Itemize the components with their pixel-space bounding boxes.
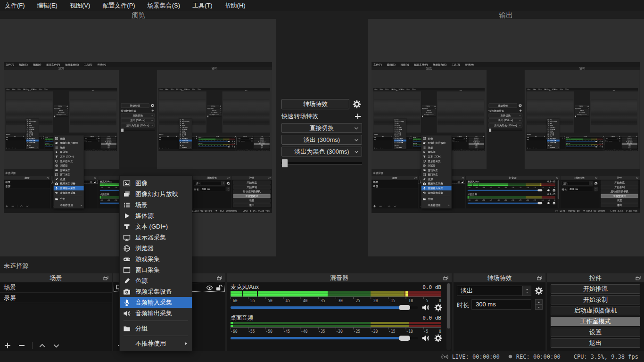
combo-label: 淡出为黑色 (300ms)	[294, 148, 349, 155]
meter-scale-ruler: -60-55-50-45-40-35-30-25-20-15-10-50	[231, 327, 441, 334]
menubar-item[interactable]: 文件(F)	[0, 0, 31, 11]
menubar-item[interactable]: 视图(V)	[64, 0, 96, 11]
program-output-pane[interactable]: 文件(F)编辑(E)视图(V)配置文件(P)场景集合(S)工具(T)帮助(H) …	[368, 19, 644, 256]
transition-select-combo[interactable]: 淡出	[457, 286, 531, 296]
mic-icon	[123, 299, 131, 306]
browser-icon	[123, 245, 131, 252]
start-streaming-button[interactable]: 开始推流	[551, 284, 640, 294]
audio-mixer-dock: 混音器 麦克风/Aux0.0 dB-60-55-50-45-40-35-30-2…	[227, 273, 452, 351]
transition-combo-value: 淡出	[461, 287, 473, 294]
mute-speaker-icon[interactable]	[421, 304, 429, 312]
quick-transition-combo[interactable]: 直接切换	[281, 123, 362, 133]
start-virtual-camera-button[interactable]: 启动虚拟摄像机	[551, 306, 640, 315]
output-pane-label: 输出	[368, 11, 644, 19]
context-menu-item[interactable]: 图像幻灯片放映	[120, 189, 192, 199]
submenu-arrow-icon	[184, 342, 188, 346]
menu-item-label: 视频采集设备	[135, 288, 172, 296]
mixer-scrollbar[interactable]	[446, 283, 451, 350]
context-menu-item[interactable]: 音频输入采集	[120, 297, 192, 308]
meter-bar	[231, 291, 441, 294]
scene-list-item[interactable]: 场景	[0, 282, 112, 293]
duration-spinbox[interactable]: 300 ms	[471, 299, 531, 310]
menu-item-label: 文本 (GDI+)	[135, 222, 168, 231]
transition-button[interactable]: 转场特效	[281, 99, 349, 109]
transition-gear-button[interactable]	[353, 99, 362, 109]
menu-item-label: 不推荐使用	[135, 339, 166, 348]
volume-slider[interactable]	[231, 306, 418, 309]
volume-slider-handle[interactable]	[399, 336, 410, 341]
source-lock-open-icon[interactable]	[215, 284, 223, 291]
studio-transition-row: 转场特效	[281, 99, 362, 109]
add-scene-button[interactable]	[4, 342, 11, 349]
menubar-item[interactable]: 帮助(H)	[219, 0, 252, 11]
volume-slider[interactable]	[231, 337, 418, 339]
context-menu-item[interactable]: 音频输出采集	[120, 308, 192, 319]
broadcast-live-icon	[440, 354, 449, 360]
context-menu-item[interactable]: 游戏采集	[120, 254, 192, 264]
tick-label: -10	[406, 329, 413, 334]
transition-slider[interactable]	[281, 159, 362, 167]
controls-dock-title: 控件	[547, 273, 644, 282]
studio-mode-button[interactable]: 工作室模式	[551, 317, 640, 326]
context-menu-item[interactable]: 窗口采集	[120, 264, 192, 275]
context-menu-item[interactable]: 媒体源	[120, 210, 192, 221]
source-visibility-eye-icon[interactable]	[206, 284, 213, 291]
nested-screen-capture: 文件(F)编辑(E)视图(V)配置文件(P)场景集合(S)工具(T)帮助(H) …	[372, 62, 640, 213]
menubar-item[interactable]: 工具(T)	[186, 0, 219, 11]
move-scene-up-button[interactable]	[39, 342, 46, 349]
combo-spin-icons[interactable]	[522, 286, 531, 296]
preview-pane-label: 预览	[0, 11, 276, 19]
quick-transition-buttons: 直接切换淡出 (300ms)淡出为黑色 (300ms)	[281, 123, 362, 158]
volume-slider-handle[interactable]	[399, 305, 410, 310]
tick-label: -60	[231, 329, 237, 334]
tick-label: 0	[439, 299, 441, 303]
tick-label: -15	[388, 329, 395, 334]
scene-transitions-dock: 转场特效 淡出 时长 300 ms	[454, 273, 545, 351]
scene-list-item[interactable]: 录屏	[0, 293, 112, 303]
duration-label: 时长	[457, 301, 469, 310]
panel-float-icon	[103, 275, 109, 281]
context-menu-item[interactable]: 分组	[120, 323, 192, 334]
mixer-channel: 麦克风/Aux0.0 dB-60-55-50-45-40-35-30-25-20…	[231, 284, 441, 311]
add-quick-transition-button[interactable]	[354, 113, 362, 121]
mixer-channel-header: 麦克风/Aux0.0 dB	[231, 284, 441, 291]
menu-item-spacer	[123, 340, 131, 347]
menubar-item[interactable]: 配置文件(P)	[96, 0, 141, 11]
move-scene-down-button[interactable]	[53, 342, 60, 349]
context-menu-item[interactable]: 视频采集设备	[120, 286, 192, 297]
remove-scene-button[interactable]	[18, 342, 25, 349]
transitions-dock-title: 转场特效	[454, 273, 545, 282]
transition-slider-handle[interactable]	[282, 159, 288, 167]
context-menu-item[interactable]: 文本 (GDI+)	[120, 221, 192, 232]
menubar: 文件(F)编辑(E)视图(V)配置文件(P)场景集合(S)工具(T)帮助(H)	[0, 0, 644, 11]
scenes-toolbar	[0, 340, 112, 351]
tick-label: -55	[248, 329, 255, 334]
settings-button[interactable]: 设置	[551, 328, 640, 337]
channel-db-value: 0.0 dB	[422, 315, 441, 321]
speaker-icon	[123, 310, 131, 317]
transition-properties-gear-button[interactable]	[535, 287, 543, 295]
exit-button[interactable]: 退出	[551, 338, 640, 348]
mute-speaker-icon[interactable]	[421, 334, 429, 342]
context-menu-item[interactable]: 浏览器	[120, 243, 192, 254]
start-recording-button[interactable]: 开始录制	[551, 295, 640, 304]
scenes-dock: 场景 场景录屏	[0, 273, 112, 351]
quick-transition-combo[interactable]: 淡出 (300ms)	[281, 135, 362, 145]
menubar-item[interactable]: 编辑(E)	[31, 0, 64, 11]
chevron-down-icon	[354, 149, 359, 154]
context-menu-item[interactable]: 场景	[120, 199, 192, 210]
context-menu-item[interactable]: 不推荐使用	[120, 338, 192, 349]
context-menu-item[interactable]: 图像	[120, 178, 192, 189]
channel-gear-icon[interactable]	[434, 334, 442, 342]
duration-increase-button[interactable]	[535, 299, 543, 304]
scrollbar-thumb[interactable]	[447, 283, 450, 329]
quick-transition-combo[interactable]: 淡出为黑色 (300ms)	[281, 147, 362, 156]
media-icon	[123, 212, 131, 220]
context-menu-item[interactable]: 色源	[120, 275, 192, 286]
channel-gear-icon[interactable]	[434, 304, 442, 312]
context-menu-item[interactable]: 显示器采集	[120, 232, 192, 243]
duration-decrease-button[interactable]	[535, 304, 543, 310]
camera-icon	[123, 288, 131, 296]
menubar-item[interactable]: 场景集合(S)	[141, 0, 186, 11]
menu-item-label: 音频输出采集	[135, 309, 172, 318]
